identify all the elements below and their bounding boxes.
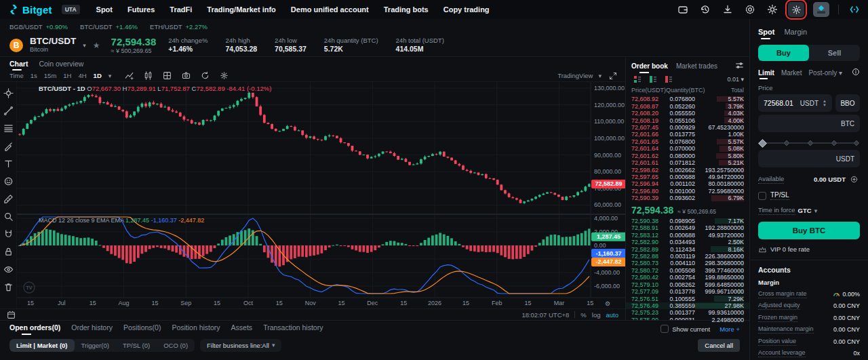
orderbook-row[interactable]: 72,582.880.003119226.38600000 — [626, 253, 749, 260]
lock-icon[interactable] — [3, 246, 14, 258]
tradingview-caret-icon[interactable]: ▾ — [598, 73, 601, 79]
layout-icon[interactable] — [161, 70, 173, 81]
interval-1d[interactable]: 1D — [94, 72, 102, 79]
amount-slider[interactable] — [760, 139, 859, 147]
tab-margin[interactable]: Margin — [784, 28, 807, 36]
price-chart[interactable]: 15Jul15Aug15Sep15Oct15Nov15Dec15202615Fe… — [17, 82, 625, 308]
amount-input[interactable]: BTC — [758, 115, 860, 132]
tab-chart[interactable]: Chart — [9, 60, 28, 70]
screenshot-icon[interactable] — [180, 70, 192, 81]
orderbook-row[interactable]: 72,601.640.0700005.08K — [626, 145, 749, 152]
orderbook-row[interactable]: 72,590.390.0936026.79K — [626, 195, 749, 201]
orders-tab-assets[interactable]: Assets — [231, 323, 253, 334]
orderbook-row[interactable]: 72,598.620.002662193.25750000 — [626, 166, 749, 173]
orders-tab-order-history[interactable]: Order history — [71, 323, 113, 334]
time-in-force[interactable]: Time in force GTC ▾ — [758, 206, 860, 215]
interval-15m[interactable]: 15m — [44, 72, 56, 79]
orderbook-row[interactable]: 72,607.450.00092967.45230000 — [626, 124, 749, 131]
orders-tab-open-orders-0[interactable]: Open orders(0) — [9, 323, 60, 334]
interval-1s[interactable]: 1s — [31, 72, 37, 79]
order-type-market[interactable]: Market — [781, 69, 802, 77]
orders-tab-transaction-history[interactable]: Transaction history — [263, 323, 323, 334]
orderbook-row[interactable]: 72,579.100.008262599.64850000 — [626, 281, 749, 288]
settings-gear-icon[interactable] — [788, 2, 804, 17]
mid-price-row[interactable]: 72,594.38 ≈ ¥ 500,269.65 — [626, 202, 749, 218]
pill-trigger-0[interactable]: Trigger(0) — [75, 339, 116, 352]
bbo-button[interactable]: BBO — [835, 94, 860, 112]
zoom-icon[interactable] — [3, 211, 14, 222]
orderbook-row[interactable]: 72,601.660.0137751.00K — [626, 131, 749, 138]
orderbook-row[interactable]: 72,596.800.00100072.59680000 — [626, 188, 749, 195]
network-icon[interactable] — [743, 3, 757, 16]
tab-spot[interactable]: Spot — [758, 28, 774, 36]
scale-auto[interactable]: auto — [606, 311, 619, 319]
pill-limit-market-0[interactable]: Limit | Market (0) — [9, 339, 75, 352]
orderbook-row[interactable]: 72,601.650.0768005.57K — [626, 138, 749, 145]
chart-settings-icon[interactable] — [218, 70, 230, 81]
eye-icon[interactable] — [3, 264, 14, 275]
orderbook-row[interactable]: 72,601.620.0800005.80K — [626, 153, 749, 159]
info-icon[interactable] — [852, 68, 860, 77]
trendline-icon[interactable] — [3, 105, 14, 117]
tab-order-book[interactable]: Order book — [631, 62, 668, 70]
book-mode-asks-icon[interactable] — [663, 74, 674, 85]
orderbook-row[interactable]: 72,588.910.002649192.28800000 — [626, 224, 749, 231]
orders-tab-positions-0[interactable]: Positions(0) — [123, 323, 161, 334]
wallet-icon[interactable] — [676, 3, 690, 16]
orderbook-row[interactable]: 72,596.940.00110280.00180000 — [626, 180, 749, 187]
order-type-limit[interactable]: Limit — [758, 69, 774, 77]
orderbook-row[interactable]: 72,576.490.38555927.98K — [626, 302, 749, 309]
orderbook-settings-icon[interactable] — [735, 61, 744, 71]
tab-market-trades[interactable]: Market trades — [676, 62, 717, 70]
ticker-btc-usdt[interactable]: BTC/USDT+1.46% — [80, 23, 138, 31]
pill-tp-sl-0[interactable]: TP/SL (0) — [116, 339, 157, 352]
nav-item-trading-bots[interactable]: Trading bots — [384, 5, 429, 14]
filter-business-line[interactable]: Filter business line:All▾ — [200, 339, 281, 352]
cancel-all-button[interactable]: Cancel all — [698, 339, 740, 352]
emoji-tool-icon[interactable] — [3, 176, 14, 187]
clock-utc[interactable]: 18:02:07 UTC+8 — [521, 311, 569, 319]
pair-selector[interactable]: BTC/USDT Bitcoin — [30, 37, 76, 54]
orderbook-row[interactable]: 72,580.730.004110298.30680000 — [626, 260, 749, 266]
orderbook-row[interactable]: 72,608.870.0522603.79K — [626, 102, 749, 109]
interval-4h[interactable]: 4H — [78, 72, 86, 79]
tab-coin-overview[interactable]: Coin overview — [39, 60, 83, 70]
scale-percent[interactable]: % — [580, 311, 586, 319]
avatar[interactable] — [813, 2, 829, 17]
orders-tab-position-history[interactable]: Position history — [172, 323, 220, 334]
orderbook-row[interactable]: 72,575.230.00137799.93610000 — [626, 309, 749, 316]
indicators-icon[interactable] — [123, 70, 135, 81]
orderbook-row[interactable]: 72,608.200.0555504.03K — [626, 110, 749, 117]
nav-item-copy-trading[interactable]: Copy trading — [443, 5, 490, 14]
orderbook-row[interactable]: 72,577.090.013778999.96710000 — [626, 288, 749, 295]
orderbook-row[interactable]: 72,582.890.1124348.16K — [626, 245, 749, 252]
buy-btc-button[interactable]: Buy BTC — [758, 222, 860, 239]
price-input[interactable]: 72568.01 USDT ▲▼ — [758, 94, 832, 112]
nav-item-tradfi[interactable]: TradFi — [170, 5, 192, 14]
buy-tab[interactable]: Buy — [758, 45, 809, 61]
candle-type-icon[interactable] — [142, 70, 154, 81]
refresh-icon[interactable] — [199, 70, 211, 81]
nav-item-futures[interactable]: Futures — [127, 5, 155, 14]
orderbook-row[interactable]: 72,608.920.0768005.57K — [626, 96, 749, 102]
vip-fee-rate[interactable]: VIP 0 fee rate — [758, 245, 860, 253]
nav-item-trading-market-info[interactable]: Trading/Market info — [207, 5, 275, 14]
order-type-post-only[interactable]: Post-only ▾ — [808, 69, 842, 77]
sell-tab[interactable]: Sell — [809, 45, 860, 61]
book-mode-both-icon[interactable] — [631, 74, 643, 85]
orderbook-row[interactable]: 72,583.120.00068849.93720000 — [626, 231, 749, 238]
nav-item-demo-unified-account[interactable]: Demo unified account — [291, 5, 369, 14]
price-stepper[interactable]: ▲▼ — [823, 99, 827, 107]
download-icon[interactable] — [721, 3, 734, 16]
chart-canvas-area[interactable]: BTC/USDT - 1D O72,667.30 H73,289.91 L71,… — [0, 82, 625, 308]
magnet-icon[interactable] — [3, 228, 14, 240]
fullscreen-icon[interactable] — [607, 70, 618, 81]
orderbook-row[interactable]: 72,582.900.0344932.50K — [626, 239, 749, 245]
goto-date-icon[interactable] — [5, 309, 17, 321]
ticker-bgb-usdt[interactable]: BGB/USDT+0.90% — [9, 23, 68, 31]
favorite-star-icon[interactable]: ★ — [93, 41, 100, 50]
pill-oco-0[interactable]: OCO (0) — [157, 339, 195, 352]
interval-caret-icon[interactable]: ▾ — [108, 73, 112, 79]
orderbook-row[interactable]: 72,590.380.0989057.17K — [626, 218, 749, 224]
brush-icon[interactable] — [3, 140, 14, 152]
